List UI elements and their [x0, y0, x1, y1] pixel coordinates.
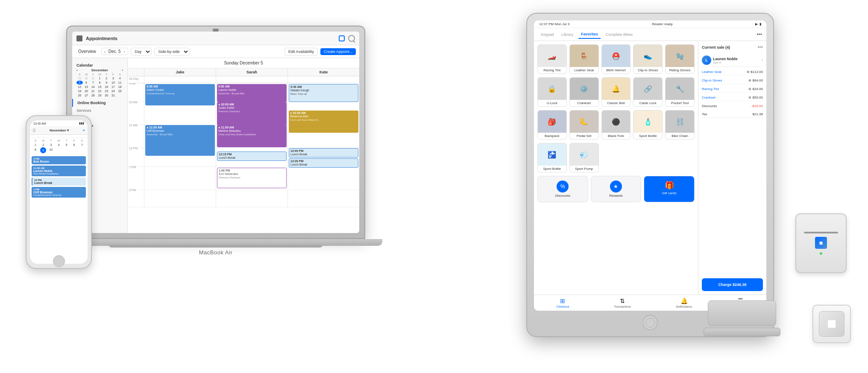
stripe-inner	[819, 311, 845, 337]
phone-battery-icon: ▮▮▮	[79, 122, 84, 125]
edit-availability-button[interactable]: Edit Availability	[284, 48, 318, 55]
phone-event-cliff[interactable]: 1 PM Cliff Bowman Comprehensive Tune-up	[32, 187, 86, 198]
next-arrow[interactable]: ›	[124, 50, 125, 54]
tab-favorites[interactable]: Favorites	[578, 30, 601, 39]
product-black-fork[interactable]: ⚫ Black Fork	[601, 110, 631, 140]
more-button[interactable]: •••	[757, 32, 762, 38]
phone-home-button[interactable]	[53, 255, 65, 267]
event-emi-watanabe[interactable]: 1:00 PM Emi Watanabe Premium Overhaul	[217, 168, 287, 188]
sarah-col-12pm[interactable]: 12:15 PM Lunch Break	[216, 148, 287, 166]
pos-sale-title: Current sale (4)	[702, 45, 730, 50]
macbook: Appointments Overview ‹ Dec. 5 › D	[66, 26, 365, 273]
product-sport-bottle2[interactable]: 🚰 Sport Bottle	[537, 143, 567, 172]
cal-date-header: Sunday December 5	[128, 58, 359, 68]
menu-icon[interactable]	[76, 35, 82, 41]
jake-col-9am[interactable]: 9:30 AM Adam Cortez Comprehensive Tune-u…	[144, 83, 216, 102]
phone: 10:45 AM ▮▮▮ ☰ November ▾ + S M T W	[26, 115, 92, 269]
sidebar-item-online-booking[interactable]: Online Booking	[72, 99, 127, 107]
jake-col-11am[interactable]: ● 11:00 AM Cliff Bowman Assembly - Boxed…	[144, 125, 216, 148]
sidebar-item-services[interactable]: Services	[72, 107, 127, 114]
phone-plus-icon[interactable]: +	[82, 128, 85, 133]
product-cable-lock[interactable]: 🔗 Cable Lock	[633, 77, 663, 107]
view-day-select[interactable]: Day	[131, 48, 152, 55]
product-crankset[interactable]: ⚙️ Crankset	[569, 77, 599, 107]
product-clip-in-shoes[interactable]: 👟 Clip-in Shoes	[633, 44, 663, 74]
product-pedal-set[interactable]: 🦶 Pedal Set	[569, 110, 599, 140]
phone-topbar: ☰ November ▾ +	[30, 126, 88, 135]
app-body: Calendar ‹ December › S M	[72, 58, 359, 233]
discounts-icon: %	[557, 181, 569, 192]
product-leather-seat[interactable]: 🪑 Leather Seat	[569, 44, 599, 74]
phone-menu-icon[interactable]: ☰	[32, 128, 36, 133]
event-justin-keller[interactable]: ● 10:00 AM Justin Keller Premium Overhau…	[217, 102, 287, 125]
app-title: Appointments	[86, 36, 335, 41]
discounts-button[interactable]: % Discounts	[537, 176, 588, 202]
kate-col-11am[interactable]	[287, 125, 359, 148]
prev-arrow[interactable]: ‹	[104, 50, 106, 54]
jake-col-10am[interactable]	[144, 102, 216, 125]
product-classic-bell[interactable]: 🔔 Classic Bell	[601, 77, 631, 107]
phone-event-lauren[interactable]: 11:00 AM Lauren Noble Disc Brake Install…	[32, 166, 86, 176]
event-lunch-kate[interactable]: 12:00 PM Lunch Break	[289, 148, 358, 157]
tab-complete-bikes[interactable]: Complete Bikes	[603, 31, 635, 38]
product-bike-chain[interactable]: ⛓️ Bike Chain	[665, 110, 695, 140]
view-side-select[interactable]: Side-by-side	[154, 48, 190, 55]
product-racing-tire[interactable]: 🏎️ Racing Tire	[537, 44, 567, 74]
product-pocket-tool[interactable]: 🔧 Pocket Tool	[665, 77, 695, 107]
mini-cal-next[interactable]: ›	[122, 68, 123, 72]
product-riding-gloves[interactable]: 🧤 Riding Gloves	[665, 44, 695, 74]
ipad-home-button[interactable]	[642, 315, 658, 330]
kate-col-9am[interactable]: 9:30 AM Natalie Keogh Basic Tune-up	[287, 83, 359, 102]
nav-checkout[interactable]: ⊞ Checkout	[557, 297, 569, 308]
product-sport-pump[interactable]: 💨 Sport Pump	[569, 143, 599, 172]
search-icon[interactable]	[348, 35, 355, 42]
line-item-clip-in-shoes[interactable]: Clip-in Shoes ⊖ $64.00	[702, 77, 763, 84]
sarah-col-11am[interactable]: ● 11:00 AM Martine Beaulieu Chain and Di…	[216, 125, 287, 148]
kate-col-10am[interactable]: ● 10:30 AM Rebecca Alter Front and Rear …	[287, 102, 359, 125]
cal-scroll-area[interactable]: 9 AM 9:30 AM Adam Cortez Comprehensive T…	[128, 83, 359, 233]
tab-keypad[interactable]: Keypad	[538, 31, 557, 38]
product-backpack[interactable]: 🎒 Backpack	[537, 110, 567, 140]
rewards-button[interactable]: ★ Rewards	[591, 176, 642, 202]
line-item-leather-seat[interactable]: Leather Seat ⊖ $112.00	[702, 69, 763, 76]
jake-col-1pm[interactable]	[144, 167, 216, 189]
gift-cards-label: Gift cards	[647, 191, 692, 195]
pos-customer-row[interactable]: L Lauren Noble Sue 9 ›	[702, 54, 763, 67]
pos-product-grid: 🏎️ Racing Tire 🪑 Leather Seat ⛑️ BMX Hel	[537, 44, 695, 74]
sarah-col-10am[interactable]: ● 10:00 AM Justin Keller Premium Overhau…	[216, 102, 287, 125]
phone-time: 10:45 AM	[33, 122, 46, 125]
kate-col-1pm[interactable]	[287, 167, 359, 189]
gift-cards-button[interactable]: 🎁 Gift cards	[644, 176, 695, 202]
create-appointment-button[interactable]: Create Appoint...	[320, 48, 356, 55]
mini-cal-grid: S M T W T F S 29 30	[76, 73, 123, 97]
reader-logo: ■	[815, 237, 827, 249]
charge-button[interactable]: Charge $246.38	[702, 278, 763, 291]
phone-event-lunch[interactable]: 12 PM Lunch Break	[32, 178, 86, 186]
stand-body	[708, 300, 776, 326]
notifications-label: Notifications	[676, 305, 692, 308]
nav-transactions[interactable]: ⇅ Transactions	[614, 297, 631, 308]
sarah-col-1pm[interactable]: 1:00 PM Emi Watanabe Premium Overhaul	[216, 167, 287, 189]
event-natalie-keogh[interactable]: 9:30 AM Natalie Keogh Basic Tune-up	[289, 84, 358, 102]
event-lunch-kate2[interactable]: 12:30 PM Lunch Break	[289, 158, 358, 168]
event-lunch-sarah[interactable]: 12:15 PM Lunch Break	[217, 152, 287, 161]
tab-library[interactable]: Library	[559, 31, 576, 38]
line-item-racing-tire[interactable]: Racing Tire ⊖ $24.00	[702, 86, 763, 93]
event-martine-beaulieu[interactable]: ● 11:00 AM Martine Beaulieu Chain and Di…	[217, 125, 287, 147]
stand-base	[704, 328, 780, 336]
jake-col-12pm[interactable]	[144, 148, 216, 166]
pos-time: 12:37 PM Mon Jul 3	[539, 22, 569, 26]
phone-event-bob[interactable]: 9 AM Bob Rosen	[32, 156, 86, 164]
event-lauren-noble[interactable]: 9:00 AM Lauren Noble Assembly - Boxed Bi…	[217, 84, 287, 102]
product-bmx-helmet[interactable]: ⛑️ BMX Helmet	[601, 44, 631, 74]
reader-body: ■	[795, 213, 847, 273]
pos-sale-more[interactable]: •••	[757, 44, 763, 50]
kate-col-12pm[interactable]: 12:00 PM Lunch Break 12:30 PM Lunch Brea…	[287, 148, 359, 166]
nav-notifications[interactable]: 🔔 Notifications	[676, 297, 692, 308]
product-sport-bottle[interactable]: 🧴 Sport Bottle	[633, 110, 663, 140]
sarah-col-9am[interactable]: 9:00 AM Lauren Noble Assembly - Boxed Bi…	[216, 83, 287, 102]
product-u-lock[interactable]: 🔒 U-Lock	[537, 77, 567, 107]
overview-link[interactable]: Overview	[76, 48, 99, 55]
mini-cal-prev[interactable]: ‹	[76, 68, 78, 72]
line-item-crankset[interactable]: Crankset ⊖ $50.00	[702, 94, 763, 101]
